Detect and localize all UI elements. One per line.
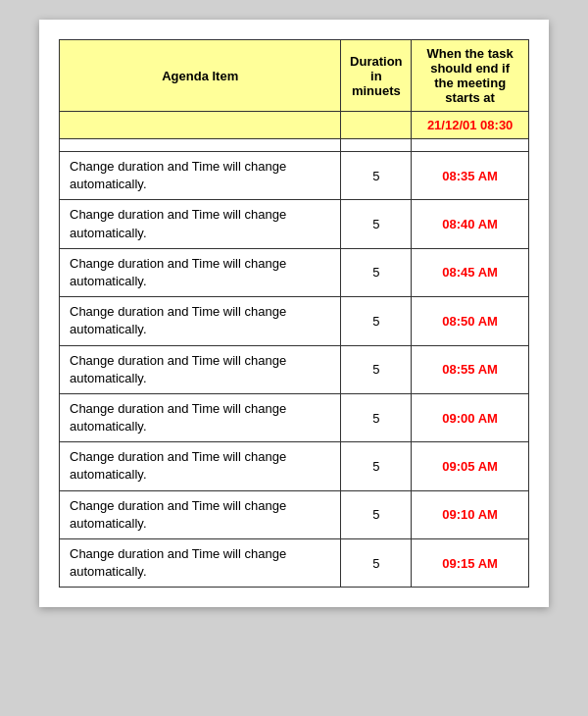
table-row: Change duration and Time will change aut… [60, 200, 529, 248]
table-row: Change duration and Time will change aut… [60, 490, 529, 538]
duration-cell: 5 [341, 345, 412, 393]
table-row: Change duration and Time will change aut… [60, 539, 529, 588]
header-time: When the task should end if the meeting … [412, 40, 529, 112]
time-cell: 08:55 AM [412, 345, 529, 393]
time-cell: 08:50 AM [412, 297, 529, 345]
table-row: Change duration and Time will change aut… [60, 297, 529, 345]
table-row: Change duration and Time will change aut… [60, 345, 529, 393]
time-cell: 09:15 AM [412, 539, 529, 588]
duration-cell: 5 [341, 297, 412, 345]
agenda-table: Agenda Item Duration in minuets When the… [59, 39, 529, 588]
agenda-cell: Change duration and Time will change aut… [60, 152, 341, 200]
date-empty-1 [60, 112, 341, 139]
agenda-cell: Change duration and Time will change aut… [60, 248, 341, 296]
agenda-cell: Change duration and Time will change aut… [60, 490, 341, 538]
agenda-cell: Change duration and Time will change aut… [60, 539, 341, 588]
table-row: Change duration and Time will change aut… [60, 442, 529, 490]
agenda-cell: Change duration and Time will change aut… [60, 393, 341, 441]
duration-cell: 5 [341, 490, 412, 538]
time-cell: 09:00 AM [412, 393, 529, 441]
header-duration: Duration in minuets [341, 40, 412, 112]
duration-cell: 5 [341, 442, 412, 490]
agenda-cell: Change duration and Time will change aut… [60, 297, 341, 345]
time-cell: 08:40 AM [412, 200, 529, 248]
duration-cell: 5 [341, 393, 412, 441]
table-row: Change duration and Time will change aut… [60, 393, 529, 441]
time-cell: 09:10 AM [412, 490, 529, 538]
empty-cell-1 [60, 139, 341, 152]
time-cell: 09:05 AM [412, 442, 529, 490]
empty-cell-3 [412, 139, 529, 152]
agenda-cell: Change duration and Time will change aut… [60, 345, 341, 393]
page-container: Agenda Item Duration in minuets When the… [39, 20, 549, 607]
agenda-cell: Change duration and Time will change aut… [60, 442, 341, 490]
agenda-cell: Change duration and Time will change aut… [60, 200, 341, 248]
date-empty-2 [341, 112, 412, 139]
time-cell: 08:35 AM [412, 152, 529, 200]
duration-cell: 5 [341, 200, 412, 248]
duration-cell: 5 [341, 248, 412, 296]
duration-cell: 5 [341, 152, 412, 200]
table-row: Change duration and Time will change aut… [60, 152, 529, 200]
table-row: Change duration and Time will change aut… [60, 248, 529, 296]
start-date: 21/12/01 08:30 [412, 112, 529, 139]
header-agenda: Agenda Item [60, 40, 341, 112]
empty-cell-2 [341, 139, 412, 152]
time-cell: 08:45 AM [412, 248, 529, 296]
duration-cell: 5 [341, 539, 412, 588]
